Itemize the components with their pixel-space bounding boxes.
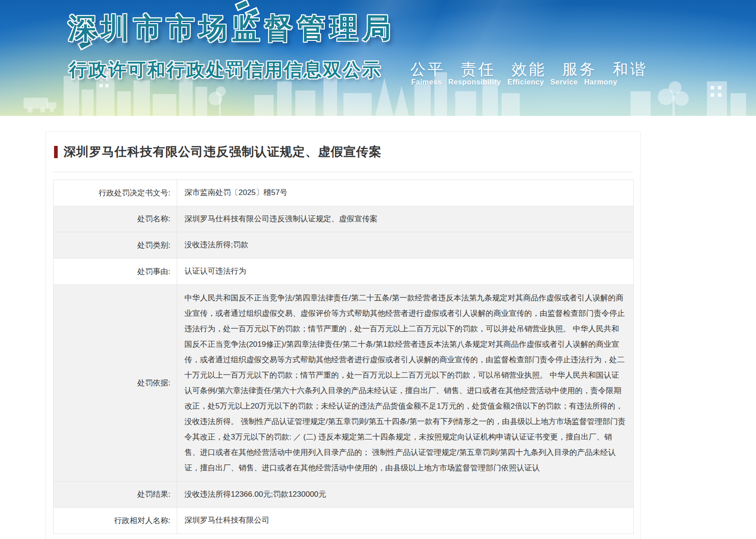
content-panel: 深圳罗马仕科技有限公司违反强制认证规定、虚假宣传案 行政处罚决定书文号: 深市监… [45, 131, 641, 539]
page-title: 深圳罗马仕科技有限公司违反强制认证规定、虚假宣传案 [64, 144, 382, 160]
field-label: 行政处罚决定书文号: [54, 180, 177, 206]
field-label: 处罚依据: [54, 284, 177, 481]
title-divider [53, 172, 633, 172]
field-value: 深市监南处罚〔2025〕稽57号 [177, 180, 634, 206]
field-label: 处罚结果: [54, 481, 177, 508]
table-row-penalty-name: 处罚名称: 深圳罗马仕科技有限公司违反强制认证规定、虚假宣传案 [54, 206, 634, 232]
table-row-penalty-basis: 处罚依据: 中华人民共和国反不正当竞争法/第四章法律责任/第二十五条/第一款经营… [54, 284, 634, 481]
site-banner: 深圳市市场监督管理局 行政许可和行政处罚信用信息双公示 公平 责任 效能 服务 … [0, 0, 756, 116]
table-row-penalty-result: 处罚结果: 没收违法所得12366.00元;罚款1230000元 [54, 481, 634, 508]
banner-slogan-en: Faimess Responsibility Efficiency Servic… [411, 78, 617, 86]
banner-slogan-cn: 公平 责任 效能 服务 和谐 [410, 59, 647, 80]
title-accent-bar [54, 146, 58, 158]
field-label: 处罚名称: [54, 206, 177, 232]
table-row-penalty-category: 处罚类别: 没收违法所得;罚款 [54, 232, 634, 259]
field-value: 没收违法所得;罚款 [177, 232, 634, 259]
field-label: 处罚事由: [54, 258, 177, 284]
field-value: 深圳罗马仕科技有限公司 [177, 508, 634, 534]
table-row-penalty-reason: 处罚事由: 认证认可违法行为 [54, 258, 634, 284]
field-value: 没收违法所得12366.00元;罚款1230000元 [177, 481, 634, 508]
site-subtitle: 行政许可和行政处罚信用信息双公示 [69, 57, 382, 82]
field-label: 处罚类别: [54, 232, 177, 259]
field-value: 中华人民共和国反不正当竞争法/第四章法律责任/第二十五条/第一款经营者违反本法第… [177, 284, 634, 481]
field-value: 深圳罗马仕科技有限公司违反强制认证规定、虚假宣传案 [177, 206, 634, 232]
page-title-row: 深圳罗马仕科技有限公司违反强制认证规定、虚假宣传案 [54, 144, 633, 160]
field-value: 认证认可违法行为 [177, 258, 634, 284]
table-row-decision-number: 行政处罚决定书文号: 深市监南处罚〔2025〕稽57号 [54, 180, 634, 206]
site-title: 深圳市市场监督管理局 [68, 9, 395, 47]
table-row-party-name: 行政相对人名称: 深圳罗马仕科技有限公司 [54, 508, 634, 534]
penalty-info-table: 行政处罚决定书文号: 深市监南处罚〔2025〕稽57号 处罚名称: 深圳罗马仕科… [53, 180, 634, 534]
field-label: 行政相对人名称: [54, 508, 177, 534]
